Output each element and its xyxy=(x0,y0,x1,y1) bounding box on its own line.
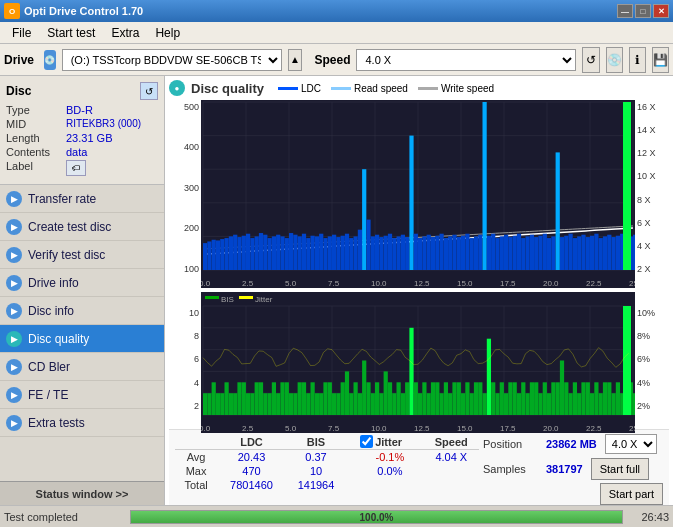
samples-value: 381797 xyxy=(546,463,583,475)
y-right-4x: 4 X xyxy=(637,241,651,251)
speed-select[interactable]: 4.0 X2.0 X8.0 X xyxy=(356,49,576,71)
menu-extra[interactable]: Extra xyxy=(103,24,147,42)
fe-te-icon: ▶ xyxy=(6,387,22,403)
drive-info-icon: ▶ xyxy=(6,275,22,291)
nav-disc-quality-label: Disc quality xyxy=(28,332,89,346)
drivebar: Drive 💿 (O:) TSSTcorp BDDVDW SE-506CB TS… xyxy=(0,44,673,76)
menubar: File Start test Extra Help xyxy=(0,22,673,44)
nav-drive-info-label: Drive info xyxy=(28,276,79,290)
max-bis: 10 xyxy=(286,464,346,478)
speed-label: Speed xyxy=(314,53,350,67)
nav-extra-tests[interactable]: ▶ Extra tests xyxy=(0,409,164,437)
total-ldc: 7801460 xyxy=(217,478,286,492)
nav-transfer-rate[interactable]: ▶ Transfer rate xyxy=(0,185,164,213)
disc-quality-icon: ▶ xyxy=(6,331,22,347)
menu-help[interactable]: Help xyxy=(147,24,188,42)
avg-jitter: -0.1% xyxy=(356,450,423,465)
chart-legend: LDC Read speed Write speed xyxy=(278,83,494,94)
close-button[interactable]: ✕ xyxy=(653,4,669,18)
jitter-checkbox[interactable] xyxy=(360,435,373,448)
create-test-disc-icon: ▶ xyxy=(6,219,22,235)
statusbar: Test completed 100.0% 26:43 xyxy=(0,505,673,527)
disc-info-panel: Disc ↺ Type BD-R MID RITEKBR3 (000) Leng… xyxy=(0,76,164,185)
stats-row: LDC BIS Jitter Speed xyxy=(169,429,669,505)
position-label: Position xyxy=(483,438,538,450)
y-bot-10: 10 xyxy=(189,308,199,318)
sidebar: Disc ↺ Type BD-R MID RITEKBR3 (000) Leng… xyxy=(0,76,165,505)
y-top-300: 300 xyxy=(184,183,199,193)
nav-fe-te[interactable]: ▶ FE / TE xyxy=(0,381,164,409)
disc-icon-button[interactable]: 💿 xyxy=(606,47,623,73)
app-icon: O xyxy=(4,3,20,19)
mid-label: MID xyxy=(6,118,66,130)
y-top-400: 400 xyxy=(184,142,199,152)
maximize-button[interactable]: □ xyxy=(635,4,651,18)
read-speed-legend-label: Read speed xyxy=(354,83,408,94)
elapsed-time: 26:43 xyxy=(629,511,669,523)
label-button[interactable]: 🏷 xyxy=(66,160,86,176)
start-part-button[interactable]: Start part xyxy=(600,483,663,505)
nav-verify-test-disc[interactable]: ▶ Verify test disc xyxy=(0,241,164,269)
contents-label: Contents xyxy=(6,146,66,158)
type-value: BD-R xyxy=(66,104,93,116)
disc-quality-panel: ● Disc quality LDC Read speed Write spee… xyxy=(165,76,673,505)
eject-button[interactable]: ▲ xyxy=(288,49,303,71)
nav-fe-te-label: FE / TE xyxy=(28,388,68,402)
nav-disc-quality[interactable]: ▶ Disc quality xyxy=(0,325,164,353)
nav-create-test-disc[interactable]: ▶ Create test disc xyxy=(0,213,164,241)
y-bot-4: 4 xyxy=(194,378,199,388)
start-full-button[interactable]: Start full xyxy=(591,458,649,480)
test-speed-select[interactable]: 4.0 X2.0 X8.0 X xyxy=(605,434,657,454)
y-bot-2: 2 xyxy=(194,401,199,411)
panel-icon: ● xyxy=(169,80,185,96)
avg-ldc: 20.43 xyxy=(217,450,286,465)
bottom-chart-canvas xyxy=(201,292,635,433)
max-ldc: 470 xyxy=(217,464,286,478)
content-area: ● Disc quality LDC Read speed Write spee… xyxy=(165,76,673,505)
extra-tests-icon: ▶ xyxy=(6,415,22,431)
avg-bis: 0.37 xyxy=(286,450,346,465)
write-speed-legend-label: Write speed xyxy=(441,83,494,94)
menu-start-test[interactable]: Start test xyxy=(39,24,103,42)
read-speed-legend-color xyxy=(331,87,351,90)
y-top-500: 500 xyxy=(184,102,199,112)
y-right-8pct: 8% xyxy=(637,331,650,341)
nav-items: ▶ Transfer rate ▶ Create test disc ▶ Ver… xyxy=(0,185,164,481)
nav-cd-bler[interactable]: ▶ CD Bler xyxy=(0,353,164,381)
avg-speed: 4.04 X xyxy=(424,450,479,465)
y-right-14x: 14 X xyxy=(637,125,656,135)
titlebar: O Opti Drive Control 1.70 — □ ✕ xyxy=(0,0,673,22)
drive-icon: 💿 xyxy=(44,50,56,70)
y-right-12x: 12 X xyxy=(637,148,656,158)
nav-cd-bler-label: CD Bler xyxy=(28,360,70,374)
y-right-10pct: 10% xyxy=(637,308,655,318)
y-right-6pct: 6% xyxy=(637,354,650,364)
save-button[interactable]: 💾 xyxy=(652,47,669,73)
nav-drive-info[interactable]: ▶ Drive info xyxy=(0,269,164,297)
disc-refresh-button[interactable]: ↺ xyxy=(140,82,158,100)
window-controls: — □ ✕ xyxy=(617,4,669,18)
label-label: Label xyxy=(6,160,66,176)
info-button[interactable]: ℹ xyxy=(629,47,646,73)
y-right-2pct: 2% xyxy=(637,401,650,411)
y-right-2x: 2 X xyxy=(637,264,651,274)
drive-select[interactable]: (O:) TSSTcorp BDDVDW SE-506CB TS02 xyxy=(62,49,282,71)
nav-disc-info[interactable]: ▶ Disc info xyxy=(0,297,164,325)
y-right-6x: 6 X xyxy=(637,218,651,228)
charts-area: 500 400 300 200 100 16 X 14 X 12 X 10 X xyxy=(169,100,669,429)
progress-bar: 100.0% xyxy=(130,510,623,524)
status-window-button[interactable]: Status window >> xyxy=(0,481,164,505)
minimize-button[interactable]: — xyxy=(617,4,633,18)
stats-right-panel: Position 23862 MB 4.0 X2.0 X8.0 X Sample… xyxy=(483,434,663,505)
write-speed-legend-color xyxy=(418,87,438,90)
panel-title: Disc quality xyxy=(191,81,264,96)
y-top-100: 100 xyxy=(184,264,199,274)
contents-value: data xyxy=(66,146,87,158)
nav-transfer-rate-label: Transfer rate xyxy=(28,192,96,206)
stats-table: LDC BIS Jitter Speed xyxy=(175,434,479,505)
length-value: 23.31 GB xyxy=(66,132,112,144)
disc-section-title: Disc xyxy=(6,84,31,98)
progress-text: 100.0% xyxy=(131,511,622,525)
refresh-speed-button[interactable]: ↺ xyxy=(582,47,599,73)
menu-file[interactable]: File xyxy=(4,24,39,42)
